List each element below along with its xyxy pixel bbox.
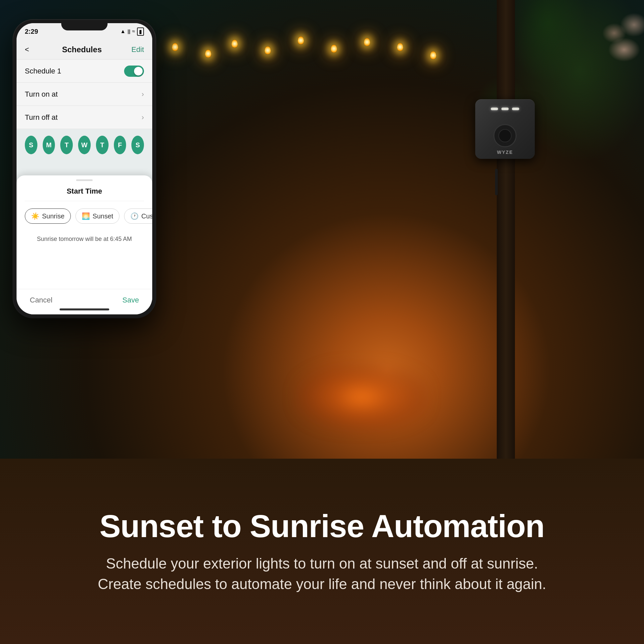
wyze-led-3 bbox=[512, 108, 519, 110]
wifi-icon: ≈ bbox=[132, 28, 135, 34]
light-bulb bbox=[298, 36, 304, 44]
sub-text: Schedule your exterior lights to turn on… bbox=[98, 553, 546, 594]
sub-text-line1: Schedule your exterior lights to turn on… bbox=[106, 555, 538, 572]
day-tuesday[interactable]: T bbox=[60, 136, 73, 154]
day-wednesday[interactable]: W bbox=[78, 136, 91, 154]
phone-notch bbox=[61, 20, 108, 30]
light-bulb bbox=[430, 51, 436, 59]
battery-icon: ▮ bbox=[137, 27, 144, 36]
wyze-brand-label: WYZE bbox=[497, 150, 513, 155]
home-bar bbox=[60, 308, 109, 310]
schedule-toggle[interactable] bbox=[124, 66, 144, 77]
turn-on-row[interactable]: Turn on at › bbox=[17, 83, 152, 106]
toggle-knob bbox=[134, 67, 143, 75]
bottom-section: Sunset to Sunrise Automation Schedule yo… bbox=[0, 459, 644, 644]
back-button[interactable]: < bbox=[25, 45, 29, 54]
turn-off-chevron: › bbox=[142, 113, 144, 122]
sunrise-icon: ☀️ bbox=[31, 212, 39, 220]
wyze-box: WYZE bbox=[475, 99, 535, 159]
sunset-option[interactable]: 🌅 Sunset bbox=[75, 208, 119, 224]
signal-icon: ||| bbox=[127, 29, 130, 34]
time-options: ☀️ Sunrise 🌅 Sunset 🕐 Custom bbox=[25, 201, 144, 229]
custom-label: Custom bbox=[141, 212, 152, 220]
sub-text-line2: Create schedules to automate your life a… bbox=[98, 576, 546, 592]
sunrise-label: Sunrise bbox=[42, 212, 65, 220]
save-button[interactable]: Save bbox=[122, 296, 139, 304]
start-time-sheet: Start Time ☀️ Sunrise 🌅 Sunset bbox=[17, 175, 152, 314]
location-icon: ▲ bbox=[120, 28, 125, 34]
scene: WYZE 2:29 ▲ ||| ≈ ▮ bbox=[0, 0, 644, 644]
wyze-cable bbox=[495, 169, 498, 195]
phone-wrapper: 2:29 ▲ ||| ≈ ▮ < Schedules Edit bbox=[13, 20, 156, 318]
day-saturday[interactable]: S bbox=[131, 136, 144, 154]
wyze-led-2 bbox=[501, 108, 509, 110]
custom-option[interactable]: 🕐 Custom bbox=[124, 208, 152, 224]
sunset-label: Sunset bbox=[93, 212, 113, 220]
edit-button[interactable]: Edit bbox=[131, 45, 144, 54]
wyze-status-lights bbox=[491, 108, 519, 110]
turn-on-chevron: › bbox=[142, 90, 144, 99]
firepit-glow bbox=[296, 364, 428, 430]
phone-body: 2:29 ▲ ||| ≈ ▮ < Schedules Edit bbox=[13, 20, 156, 318]
wyze-led-1 bbox=[491, 108, 498, 110]
status-icons: ▲ ||| ≈ ▮ bbox=[120, 27, 144, 36]
days-row: S M T W T F S bbox=[17, 129, 152, 161]
turn-off-row[interactable]: Turn off at › bbox=[17, 106, 152, 129]
sunrise-option[interactable]: ☀️ Sunrise bbox=[25, 208, 71, 224]
clock-icon: 🕐 bbox=[130, 212, 139, 220]
light-bulb bbox=[265, 46, 271, 54]
pole bbox=[497, 0, 515, 463]
turn-off-label: Turn off at bbox=[25, 113, 142, 122]
light-bulb bbox=[172, 43, 178, 51]
turn-on-label: Turn on at bbox=[25, 90, 142, 99]
wyze-outdoor-plug: WYZE bbox=[475, 99, 541, 175]
schedule-1-row: Schedule 1 bbox=[17, 60, 152, 83]
sunset-icon: 🌅 bbox=[82, 212, 90, 220]
day-sunday[interactable]: S bbox=[25, 136, 37, 154]
wyze-outlet bbox=[493, 124, 517, 147]
wyze-outlet-socket bbox=[498, 129, 512, 142]
main-headline: Sunset to Sunrise Automation bbox=[100, 509, 545, 544]
sunrise-info: Sunrise tomorrow will be at 6:45 AM bbox=[25, 229, 144, 249]
phone-screen: 2:29 ▲ ||| ≈ ▮ < Schedules Edit bbox=[17, 23, 152, 314]
light-bulb bbox=[205, 50, 211, 58]
sheet-title: Start Time bbox=[25, 181, 144, 201]
sheet-actions: Cancel Save bbox=[17, 289, 152, 304]
schedule-name: Schedule 1 bbox=[25, 67, 124, 75]
nav-bar: < Schedules Edit bbox=[17, 40, 152, 60]
light-bulb bbox=[232, 40, 238, 48]
light-bulb bbox=[397, 43, 403, 51]
day-friday[interactable]: F bbox=[114, 136, 126, 154]
day-thursday[interactable]: T bbox=[96, 136, 109, 154]
cancel-button[interactable]: Cancel bbox=[30, 296, 52, 304]
day-monday[interactable]: M bbox=[43, 136, 55, 154]
nav-title: Schedules bbox=[32, 45, 131, 54]
status-time: 2:29 bbox=[25, 28, 38, 35]
light-bulb bbox=[364, 38, 370, 46]
schedule-area: Schedule 1 Turn on at › Turn off at › bbox=[17, 60, 152, 314]
light-bulb bbox=[331, 45, 337, 53]
